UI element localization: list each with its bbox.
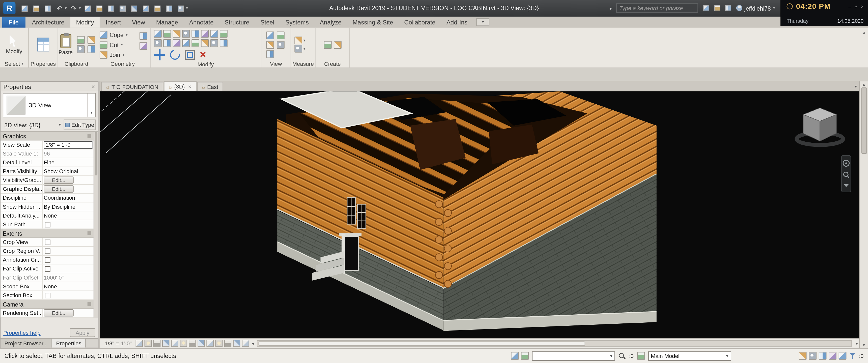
copy-to-clipboard-icon[interactable] (88, 36, 95, 44)
default-3d-view-icon[interactable] (129, 3, 139, 13)
properties-button[interactable] (35, 37, 52, 53)
worksharing-display-icon[interactable] (511, 352, 519, 360)
ribbon-tab-annotate[interactable]: Annotate (184, 16, 219, 28)
widget-minimize-icon[interactable]: – (848, 3, 851, 9)
design-options-select[interactable]: ▾ (532, 351, 615, 361)
open-file-icon[interactable] (20, 3, 29, 13)
detail-level-value[interactable]: Fine (44, 159, 55, 165)
undo-icon[interactable]: ↶ (55, 3, 64, 13)
scale-value-1-value[interactable]: 96 (44, 151, 50, 157)
editable-only-icon[interactable] (618, 352, 626, 360)
parts-visibility-value[interactable]: Show Original (44, 168, 78, 174)
type-selector-dropdown-icon[interactable]: ▾ (88, 94, 95, 117)
revit-logo-icon[interactable]: R (3, 2, 16, 14)
section-icon[interactable] (141, 3, 151, 13)
panel-label-modify[interactable]: Modify (151, 61, 261, 67)
horizontal-scroll-thumb[interactable] (258, 341, 585, 345)
widget-close-icon[interactable]: × (861, 3, 864, 9)
palette-tab-properties[interactable]: Properties (52, 338, 86, 348)
wall-joins-icon[interactable] (140, 42, 147, 50)
undo-dropdown-icon[interactable]: ▾ (65, 6, 67, 10)
view-tab-3d[interactable]: ⌂{3D}× (164, 81, 196, 92)
print-icon[interactable] (43, 3, 53, 13)
tag-by-category-icon[interactable] (118, 3, 127, 13)
select-pinned-icon[interactable] (809, 352, 816, 360)
scale-button[interactable] (185, 50, 195, 60)
drag-on-selection-icon[interactable] (838, 352, 846, 360)
array-icon[interactable] (163, 39, 171, 47)
scope-box-value[interactable]: None (44, 283, 57, 289)
ribbon-tab-massing-site[interactable]: Massing & Site (347, 16, 399, 28)
navigation-bar[interactable] (841, 156, 851, 192)
highlight-displacement-icon[interactable] (242, 340, 249, 347)
view-scale-control[interactable]: 1/8" = 1'-0" (102, 340, 134, 346)
show-hidden-value[interactable]: By Discipline (44, 204, 75, 210)
ribbon-tab-architecture[interactable]: Architecture (27, 16, 70, 28)
cut-icon[interactable] (77, 36, 85, 44)
ribbon-collapse-icon[interactable]: ▴ (863, 30, 865, 35)
palette-tab-project-browser[interactable]: Project Browser... (0, 338, 52, 348)
view-scale-value[interactable]: 1/8" = 1'-0" (44, 141, 92, 149)
create-group-icon[interactable] (323, 41, 331, 48)
aligned-dimension-icon[interactable] (294, 45, 302, 53)
reveal-hidden-elements-icon[interactable] (215, 340, 222, 347)
reveal-hidden-icon[interactable] (266, 50, 274, 58)
horizontal-scrollbar[interactable] (257, 340, 852, 346)
close-view-tab-icon[interactable]: × (188, 84, 191, 90)
palette-scroll-thumb[interactable] (95, 132, 97, 175)
mirror-pick-axis-icon[interactable] (173, 30, 180, 38)
communication-center-icon[interactable] (713, 4, 721, 12)
isolate-elements-icon[interactable] (277, 41, 285, 48)
palette-close-icon[interactable]: × (92, 83, 95, 90)
palette-scrollbar[interactable] (94, 132, 98, 318)
panel-label-select[interactable]: Select▾ (0, 60, 28, 68)
select-underlay-icon[interactable] (818, 352, 826, 360)
rotate-button[interactable] (170, 50, 180, 60)
section-graphics[interactable]: Graphics (0, 132, 94, 140)
demolish-icon[interactable] (140, 32, 147, 40)
view-tab-t-o-foundation[interactable]: ⌂T O FOUNDATION (101, 82, 163, 91)
shadows-icon[interactable] (162, 340, 169, 347)
unlock-view-icon[interactable] (197, 340, 205, 347)
isolate-category-icon[interactable] (266, 41, 274, 48)
apply-button[interactable]: Apply (70, 328, 95, 337)
offset-icon[interactable] (163, 30, 171, 38)
measure-icon[interactable] (83, 3, 92, 13)
active-workset-select[interactable]: Main Model ▾ (648, 351, 731, 361)
switch-windows-dropdown-icon[interactable]: ▾ (186, 6, 188, 10)
create-similar-icon[interactable] (334, 41, 341, 48)
ribbon-tab-manage[interactable]: Manage (151, 16, 184, 28)
match-icon[interactable] (220, 39, 227, 47)
paste-button[interactable]: Paste (56, 33, 75, 56)
vertical-scroll-thumb[interactable] (861, 88, 867, 154)
scale-small-icon[interactable] (173, 39, 180, 47)
ribbon-tab-steel[interactable]: Steel (255, 16, 280, 28)
default-analy-value[interactable]: None (44, 212, 57, 219)
save-icon[interactable] (32, 3, 41, 13)
ribbon-tab-view[interactable]: View (126, 16, 151, 28)
move-button[interactable] (154, 49, 165, 60)
copy-icon[interactable] (154, 39, 162, 47)
filter-icon[interactable] (849, 353, 856, 359)
geometry-cope-button[interactable]: Cope▾ (100, 30, 128, 39)
active-workset-icon[interactable] (637, 352, 645, 360)
view-tabs-menu-icon[interactable]: ▾ (855, 84, 857, 89)
offset-copy-icon[interactable] (211, 39, 218, 47)
modify-button[interactable]: Modify (4, 34, 25, 56)
checkbox-annotation-cr[interactable] (45, 257, 51, 263)
temporary-hide-isolate-icon[interactable] (207, 340, 214, 347)
detail-level-icon[interactable] (135, 340, 143, 347)
delete-button[interactable]: × (200, 50, 206, 60)
user-account[interactable]: jeffdiehl78 ▾ (736, 5, 775, 11)
ribbon-tab-insert[interactable]: Insert (100, 16, 126, 28)
ribbon-tab-modify[interactable]: Modify (70, 16, 100, 28)
split-element-icon[interactable] (191, 30, 199, 38)
user-dropdown-icon[interactable]: ▾ (773, 6, 775, 10)
checkbox-crop-region-v[interactable] (45, 248, 51, 254)
scroll-down-icon[interactable]: ▼ (862, 343, 866, 347)
match-type-properties-icon[interactable] (77, 45, 85, 53)
rendering-dialog-icon[interactable] (171, 340, 178, 347)
geometry-join-button[interactable]: Join▾ (100, 50, 124, 59)
checkbox-far-clip-active[interactable] (45, 266, 51, 271)
scroll-up-icon[interactable]: ▲ (862, 82, 866, 86)
